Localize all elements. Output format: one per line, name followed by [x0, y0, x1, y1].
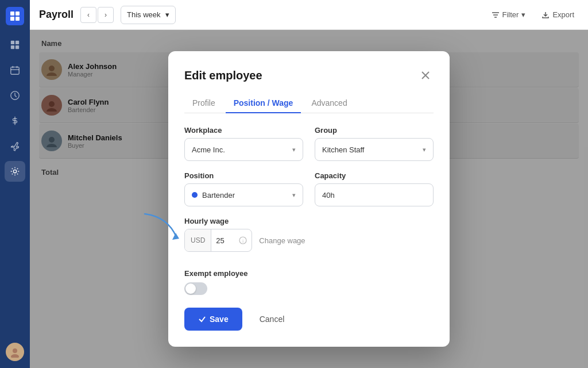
capacity-label: Capacity [315, 171, 434, 180]
content-area: Name Alex Johnson Manager [30, 30, 588, 368]
svg-rect-7 [16, 45, 19, 49]
svg-point-14 [13, 170, 16, 172]
export-button[interactable]: Export [537, 8, 579, 21]
page-title: Payroll [39, 9, 74, 21]
app-logo [6, 7, 24, 25]
sidebar-item-settings[interactable] [5, 161, 25, 182]
modal-header: Edit employee [184, 67, 434, 83]
sidebar-item-payroll[interactable] [5, 110, 25, 131]
sidebar-item-dashboard[interactable] [5, 34, 25, 55]
hourly-wage-label: Hourly wage [184, 217, 434, 225]
modal-title: Edit employee [184, 69, 262, 82]
sidebar-item-schedule[interactable] [5, 60, 25, 80]
wage-row: USD 25 i Change wage [184, 229, 434, 252]
position-chevron-icon: ▾ [292, 191, 296, 199]
exempt-toggle[interactable] [184, 282, 207, 295]
modal-tabs: Profile Position / Wage Advanced [184, 94, 434, 113]
save-button[interactable]: Save [184, 308, 242, 331]
exempt-toggle-group: Exempt employee [184, 269, 434, 295]
modal-overlay: Edit employee Profile Position / Wage Ad… [30, 30, 588, 368]
svg-rect-1 [16, 12, 20, 16]
position-form-group: Position Bartender ▾ [184, 171, 303, 206]
exempt-label: Exempt employee [184, 269, 434, 278]
wage-amount-input[interactable]: 25 [211, 229, 234, 251]
group-chevron-icon: ▾ [423, 146, 426, 154]
tab-position-wage[interactable]: Position / Wage [226, 94, 301, 113]
wage-input-wrap: USD 25 i [184, 229, 252, 252]
svg-point-15 [13, 348, 17, 353]
filter-chevron-icon: ▾ [521, 10, 525, 19]
position-dot-icon [192, 192, 198, 198]
topbar: Payroll ‹ › This week ▾ Filter ▾ Export [30, 0, 588, 30]
workplace-chevron-icon: ▾ [292, 146, 296, 154]
workplace-group-row: Workplace Acme Inc. ▾ Group Kitchen Staf… [184, 126, 434, 161]
period-label: This week [127, 10, 161, 19]
group-group: Group Kitchen Staff ▾ [315, 126, 434, 161]
gear-icon [10, 166, 20, 177]
change-wage-button[interactable]: Change wage [259, 236, 305, 245]
clock-icon [10, 90, 20, 101]
chevron-down-icon: ▾ [165, 10, 169, 19]
topbar-actions: Filter ▾ Export [487, 8, 579, 21]
svg-text:i: i [242, 239, 244, 244]
cancel-button[interactable]: Cancel [248, 308, 296, 331]
workplace-select[interactable]: Acme Inc. ▾ [184, 138, 303, 161]
export-icon [541, 11, 550, 19]
svg-point-16 [11, 354, 19, 358]
capacity-value: 40h [322, 191, 335, 200]
period-select[interactable]: This week ▾ [121, 6, 176, 24]
svg-rect-2 [10, 17, 14, 21]
modal-footer: Save Cancel [184, 308, 434, 331]
sidebar-user-section [6, 343, 24, 361]
filter-button[interactable]: Filter ▾ [487, 8, 531, 21]
workplace-group: Workplace Acme Inc. ▾ [184, 126, 303, 161]
capacity-form-group: Capacity 40h [315, 171, 434, 206]
user-avatar[interactable] [6, 343, 24, 361]
sidebar [0, 0, 30, 368]
svg-rect-3 [16, 17, 20, 21]
tab-profile[interactable]: Profile [184, 94, 223, 113]
group-select[interactable]: Kitchen Staff ▾ [315, 138, 434, 161]
workplace-label: Workplace [184, 126, 303, 135]
filter-icon [492, 11, 500, 19]
svg-rect-8 [11, 67, 19, 75]
dollar-icon [10, 116, 20, 126]
next-button[interactable]: › [98, 7, 114, 23]
sidebar-item-time[interactable] [5, 85, 25, 106]
save-label: Save [210, 315, 229, 324]
svg-rect-5 [16, 41, 19, 44]
logo-icon [9, 10, 21, 22]
position-capacity-row: Position Bartender ▾ Capacity 40h [184, 171, 434, 206]
nav-arrows: ‹ › [80, 7, 114, 23]
filter-label: Filter [502, 10, 519, 19]
svg-rect-0 [10, 12, 14, 16]
close-button[interactable] [417, 67, 434, 83]
group-value: Kitchen Staff [322, 145, 364, 154]
group-label: Group [315, 126, 434, 135]
capacity-input[interactable]: 40h [315, 183, 434, 206]
grid-icon [10, 40, 20, 50]
svg-rect-4 [11, 41, 14, 44]
avatar-icon [9, 346, 21, 358]
workplace-value: Acme Inc. [192, 145, 225, 154]
toggle-knob [185, 283, 196, 294]
position-label: Position [184, 171, 303, 180]
calendar-icon [10, 65, 20, 75]
edit-employee-modal: Edit employee Profile Position / Wage Ad… [168, 51, 450, 347]
close-icon [421, 71, 430, 80]
wage-info-icon: i [234, 229, 252, 251]
prev-button[interactable]: ‹ [80, 7, 96, 23]
plane-icon [10, 141, 20, 151]
tab-advanced[interactable]: Advanced [303, 94, 355, 113]
sidebar-item-leave[interactable] [5, 136, 25, 156]
check-icon [198, 315, 206, 323]
wage-currency: USD [185, 229, 211, 251]
position-select[interactable]: Bartender ▾ [184, 183, 303, 206]
main-area: Payroll ‹ › This week ▾ Filter ▾ Export [30, 0, 588, 368]
export-label: Export [552, 10, 574, 19]
position-value: Bartender [202, 191, 235, 200]
hourly-wage-group: Hourly wage USD 25 i [184, 217, 434, 262]
svg-rect-6 [11, 45, 14, 49]
